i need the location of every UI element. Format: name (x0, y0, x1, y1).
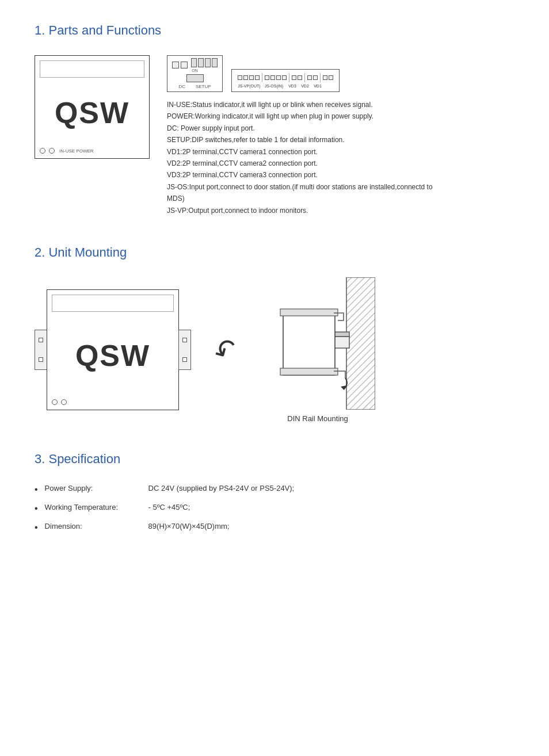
device-top-bar (40, 60, 144, 78)
dip-switches (191, 58, 218, 67)
bracket-right (178, 330, 191, 370)
desc-line-4: SETUP:DIP switches,refer to table 1 for … (167, 134, 443, 146)
spec-value-2: 89(H)×70(W)×45(D)mm; (148, 522, 230, 530)
vd1-label: VD1 (312, 84, 323, 88)
bullet-1: • (35, 503, 38, 514)
pin (298, 75, 302, 80)
desc-line-8: JS-OS:Input port,connect to door station… (167, 181, 443, 205)
section-2: 2. Unit Mounting QSW (35, 245, 514, 423)
device-bottom: IN-USE POWER (40, 143, 144, 154)
led-pair-large (52, 399, 67, 405)
bracket-hole (182, 338, 187, 342)
svg-rect-6 (280, 368, 338, 375)
svg-rect-1 (346, 277, 375, 410)
bullet-2: • (35, 522, 38, 533)
device-qsw-large: QSW (52, 316, 174, 395)
pin (270, 75, 275, 80)
dip-2 (198, 58, 204, 67)
pin (255, 75, 260, 80)
connector-desc-area: ON DC SETUP (167, 55, 443, 216)
desc-line-5: VD1:2P terminal,CCTV camera1 connection … (167, 146, 443, 158)
din-label: DIN Rail Mounting (287, 414, 348, 423)
dip-4 (212, 58, 218, 67)
led-power-large (61, 399, 67, 405)
curved-arrow: ↷ (208, 330, 244, 369)
led-power (49, 148, 55, 154)
pin (323, 75, 327, 80)
pin (282, 75, 287, 80)
bracket-hole (182, 357, 187, 362)
desc-line-3: DC: Power supply input port. (167, 123, 443, 134)
svg-rect-5 (280, 309, 338, 316)
pin (307, 75, 312, 80)
spec-item-0: • Power Supply: DC 24V (supplied by PS4-… (35, 484, 514, 495)
desc-line-7: VD3:2P terminal,CCTV camera3 connection … (167, 169, 443, 181)
led-pair (40, 148, 55, 154)
setup-label: SETUP (196, 84, 211, 89)
section1-title: 1. Parts and Functions (35, 23, 514, 38)
bracket-hole (39, 357, 43, 362)
dip-1 (191, 58, 197, 67)
din-rail-area: DIN Rail Mounting (260, 277, 375, 423)
device-bottom-large (52, 395, 174, 405)
device-illustration: QSW IN-USE POWER (35, 55, 150, 159)
section-3: 3. Specification • Power Supply: DC 24V … (35, 452, 514, 533)
pin (249, 75, 254, 80)
dc-label: DC (178, 84, 185, 89)
jsos-label: JS-OS(IN) (263, 84, 285, 88)
vd2-label: VD2 (300, 84, 310, 88)
terminal-connector-box: JS-VP(OUT) JS-OS(IN) VD3 VD2 VD1 (231, 69, 340, 92)
dip-3 (205, 58, 211, 67)
pin (292, 75, 296, 80)
desc-line-1: IN-USE:Status indicator,it will light up… (167, 99, 443, 110)
spec-label-1: Working Temperature: (45, 503, 148, 511)
dip-labels: DC SETUP (178, 84, 211, 89)
pin (265, 75, 269, 80)
spec-label-2: Dimension: (45, 522, 148, 530)
desc-line-2: POWER:Working indicator,it will light up… (167, 110, 443, 122)
bullet-0: • (35, 484, 38, 495)
spec-item-1: • Working Temperature: - 5ºC +45ºC; (35, 503, 514, 514)
mounting-row: QSW ↷ (35, 277, 514, 423)
led-inuse (40, 148, 45, 154)
bracket-left (35, 330, 47, 370)
parts-row: QSW IN-USE POWER (35, 55, 514, 216)
spec-value-1: - 5ºC +45ºC; (148, 503, 190, 511)
desc-line-9: JS-VP:Output port,connect to indoor moni… (167, 205, 443, 216)
spec-item-2: • Dimension: 89(H)×70(W)×45(D)mm; (35, 522, 514, 533)
section3-title: 3. Specification (35, 452, 514, 467)
pin (243, 75, 248, 80)
jsvp-label: JS-VP(OUT) (238, 84, 261, 88)
led-inuse-large (52, 399, 58, 405)
spec-value-0: DC 24V (supplied by PS4-24V or PS5-24V); (148, 484, 295, 492)
led-labels: IN-USE POWER (59, 148, 94, 154)
connector-images: ON DC SETUP (167, 55, 443, 92)
spec-list: • Power Supply: DC 24V (supplied by PS4-… (35, 484, 514, 533)
pin (276, 75, 281, 80)
vd3-label: VD3 (287, 84, 298, 88)
din-rail-svg (260, 277, 375, 410)
svg-rect-4 (283, 312, 335, 375)
device-qsw-label: QSW (40, 82, 144, 143)
pin (329, 75, 333, 80)
device-top-bar-large (52, 295, 174, 312)
section2-title: 2. Unit Mounting (35, 245, 514, 260)
device-large: QSW (47, 289, 179, 410)
spec-label-0: Power Supply: (45, 484, 148, 492)
bracket-hole (39, 338, 43, 342)
pin (238, 75, 242, 80)
dip-on-label: ON (192, 68, 198, 72)
desc-line-6: VD2:2P terminal,CCTV camera2 connection … (167, 158, 443, 169)
section-1: 1. Parts and Functions QSW IN-USE POWER (35, 23, 514, 216)
pin (313, 75, 318, 80)
mounting-device-wrapper: QSW (35, 289, 191, 410)
description-text: IN-USE:Status indicator,it will light up… (167, 99, 443, 216)
dip-switch-box: ON DC SETUP (167, 55, 223, 92)
